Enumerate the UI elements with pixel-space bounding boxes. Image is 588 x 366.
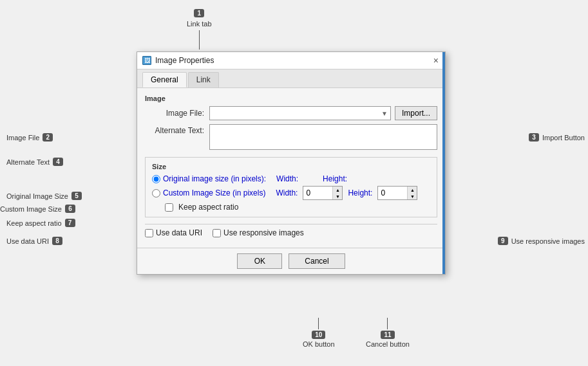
height-label-original: Height: bbox=[323, 174, 347, 183]
width-label-custom: Width: bbox=[276, 188, 298, 197]
image-section-title: Image bbox=[145, 95, 437, 102]
dialog-footer: OK Cancel bbox=[137, 248, 445, 274]
dialog-title: Image Properties bbox=[155, 56, 214, 65]
custom-size-fields: Width: ▲ ▼ Height: ▲ ▼ bbox=[276, 186, 417, 200]
image-file-label: Image File: bbox=[145, 109, 209, 118]
dialog-icon: 🖼 bbox=[142, 56, 151, 65]
data-uri-check-item: Use data URI bbox=[145, 228, 202, 237]
tab-general[interactable]: General bbox=[142, 72, 187, 87]
responsive-check-item: Use responsive images bbox=[213, 228, 304, 237]
use-responsive-annotation: 9 Use responsive images bbox=[498, 237, 585, 245]
original-size-fields: Width: Height: bbox=[276, 174, 347, 183]
data-uri-checkbox[interactable] bbox=[145, 229, 153, 237]
dialog-titlebar: 🖼 Image Properties × bbox=[137, 52, 445, 69]
data-uri-label: Use data URI bbox=[156, 228, 202, 237]
width-input[interactable] bbox=[303, 187, 332, 199]
bottom-options-row: Use data URI Use responsive images bbox=[145, 224, 437, 241]
original-size-radio[interactable] bbox=[152, 175, 160, 183]
image-file-select[interactable]: ▼ bbox=[209, 106, 391, 120]
use-data-uri-annotation: Use data URI 8 bbox=[6, 237, 62, 245]
height-spinner: ▲ ▼ bbox=[407, 187, 417, 199]
alternate-text-input[interactable] bbox=[209, 124, 437, 150]
image-properties-dialog: 🖼 Image Properties × General Link Image … bbox=[137, 51, 446, 275]
image-file-annotation: Image File 2 bbox=[6, 133, 53, 142]
alternate-text-annotation: Alternate Text 4 bbox=[6, 158, 63, 166]
dialog-body: Image Image File: ▼ Import... Alternate … bbox=[137, 88, 445, 248]
alternate-text-row: Alternate Text: bbox=[145, 124, 437, 152]
link-tab-annotation: 1 Link tab bbox=[187, 9, 212, 50]
close-button[interactable]: × bbox=[432, 56, 440, 65]
width-input-wrap: ▲ ▼ bbox=[303, 186, 343, 200]
alternate-text-label: Alternate Text: bbox=[145, 124, 209, 135]
import-button-annotation: 3 Import Button bbox=[529, 133, 585, 142]
custom-size-radio[interactable] bbox=[152, 189, 160, 197]
height-increment-button[interactable]: ▲ bbox=[408, 187, 417, 193]
responsive-images-checkbox[interactable] bbox=[213, 229, 221, 237]
keep-aspect-annotation: Keep aspect ratio 7 bbox=[6, 219, 75, 227]
responsive-images-label: Use responsive images bbox=[223, 228, 304, 237]
custom-size-row: Custom Image Size (in pixels) Width: ▲ ▼… bbox=[152, 186, 430, 200]
tab-link[interactable]: Link bbox=[188, 72, 219, 87]
aspect-ratio-label: Keep aspect ratio bbox=[178, 203, 238, 212]
width-spinner: ▲ ▼ bbox=[332, 187, 342, 199]
height-decrement-button[interactable]: ▼ bbox=[408, 193, 417, 199]
height-input-wrap: ▲ ▼ bbox=[377, 186, 417, 200]
import-button[interactable]: Import... bbox=[395, 106, 437, 120]
custom-size-radio-label: Custom Image Size (in pixels) bbox=[163, 188, 265, 197]
height-input[interactable] bbox=[378, 187, 407, 199]
ok-button[interactable]: OK bbox=[237, 253, 282, 269]
width-increment-button[interactable]: ▲ bbox=[333, 187, 342, 193]
width-decrement-button[interactable]: ▼ bbox=[333, 193, 342, 199]
tab-bar: General Link bbox=[137, 69, 445, 88]
original-size-radio-label: Original image size (in pixels): bbox=[163, 174, 266, 183]
height-label-custom: Height: bbox=[348, 188, 372, 197]
size-section-title: Size bbox=[152, 163, 430, 170]
dialog-accent bbox=[442, 52, 445, 274]
custom-image-size-annotation: Custom Image Size 6 bbox=[0, 205, 75, 213]
aspect-ratio-checkbox[interactable] bbox=[165, 203, 173, 212]
original-size-row: Original image size (in pixels): Width: … bbox=[152, 174, 430, 183]
size-section: Size Original image size (in pixels): Wi… bbox=[145, 157, 437, 217]
aspect-ratio-row: Keep aspect ratio bbox=[152, 203, 430, 212]
dialog-title-area: 🖼 Image Properties bbox=[142, 56, 214, 65]
image-file-row: Image File: ▼ Import... bbox=[145, 106, 437, 120]
ok-button-annotation: 10 OK button bbox=[303, 318, 335, 348]
cancel-button[interactable]: Cancel bbox=[289, 253, 345, 269]
dropdown-arrow-icon: ▼ bbox=[381, 110, 388, 117]
original-image-size-annotation: Original Image Size 5 bbox=[6, 192, 82, 200]
width-label-original: Width: bbox=[276, 174, 298, 183]
alternate-text-wrapper bbox=[209, 124, 437, 152]
cancel-button-annotation: 11 Cancel button bbox=[366, 318, 410, 348]
